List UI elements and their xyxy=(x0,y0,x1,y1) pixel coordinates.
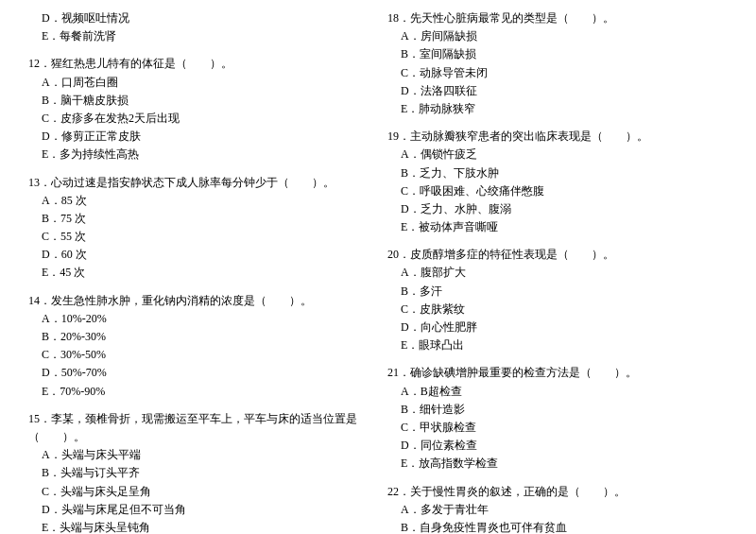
page-content: D．视频呕吐情况 E．每餐前洗肾 12．猩红热患儿特有的体征是（ ）。 A．口周… xyxy=(28,9,728,534)
q18-option-e: E．肺动脉狭窄 xyxy=(387,100,728,118)
q14-option-a: A．10%-20% xyxy=(28,310,369,328)
q20-option-a: A．腹部扩大 xyxy=(387,264,728,282)
q-prev-options: D．视频呕吐情况 E．每餐前洗肾 xyxy=(28,9,369,45)
q21-option-b: B．细针造影 xyxy=(387,401,728,419)
q18-option-c: C．动脉导管未闭 xyxy=(387,64,728,82)
q20-option-d: D．向心性肥胖 xyxy=(387,319,728,336)
question-14: 14．发生急性肺水肿，重化钠内消精的浓度是（ ）。 A．10%-20% B．20… xyxy=(28,292,369,401)
q12-title: 12．猩红热患儿特有的体征是（ ）。 xyxy=(28,55,369,73)
q19-option-a: A．偶锁忤疲乏 xyxy=(387,146,728,164)
q21-option-c: C．甲状腺检查 xyxy=(387,419,728,437)
q18-title: 18．先天性心脏病最常见的类型是（ ）。 xyxy=(387,9,728,27)
q12-option-a: A．口周苍白圈 xyxy=(28,74,369,92)
question-20: 20．皮质醇增多症的特征性表现是（ ）。 A．腹部扩大 B．多汗 C．皮肤紫纹 … xyxy=(387,246,728,354)
q22-title: 22．关于慢性胃炎的叙述，正确的是（ ）。 xyxy=(387,483,728,501)
question-12: 12．猩红热患儿特有的体征是（ ）。 A．口周苍白圈 B．脑干糖皮肤损 C．皮疹… xyxy=(28,55,369,164)
q21-option-e: E．放高指数学检查 xyxy=(387,455,728,473)
q15-title: 15．李某，颈椎骨折，现需搬运至平车上，平车与床的适当位置是（ ）。 xyxy=(28,410,369,446)
question-21: 21．确诊缺碘增肿最重要的检查方法是（ ）。 A．B超检查 B．细针造影 C．甲… xyxy=(387,364,728,473)
q15-option-b: B．头端与订头平齐 xyxy=(28,464,369,482)
question-19: 19．主动脉瓣狭窄患者的突出临床表现是（ ）。 A．偶锁忤疲乏 B．乏力、下肢水… xyxy=(387,128,728,236)
q13-option-a: A．85 次 xyxy=(28,192,369,210)
q12-option-e: E．多为持续性高热 xyxy=(28,146,369,164)
right-column: 18．先天性心脏病最常见的类型是（ ）。 A．房间隔缺损 B．室间隔缺损 C．动… xyxy=(387,9,728,534)
question-15: 15．李某，颈椎骨折，现需搬运至平车上，平车与床的适当位置是（ ）。 A．头端与… xyxy=(28,410,369,534)
option-d-prev: D．视频呕吐情况 xyxy=(28,9,369,27)
q21-option-a: A．B超检查 xyxy=(387,383,728,401)
q15-option-e: E．头端与床头呈钝角 xyxy=(28,519,369,534)
option-e-prev: E．每餐前洗肾 xyxy=(28,27,369,45)
q19-title: 19．主动脉瓣狭窄患者的突出临床表现是（ ）。 xyxy=(387,128,728,146)
q15-option-c: C．头端与床头足呈角 xyxy=(28,483,369,501)
q14-option-c: C．30%-50% xyxy=(28,346,369,364)
q13-option-b: B．75 次 xyxy=(28,210,369,228)
q14-option-b: B．20%-30% xyxy=(28,328,369,346)
q19-option-c: C．呼吸困难、心绞痛伴憋腹 xyxy=(387,182,728,200)
q20-option-e: E．眼球凸出 xyxy=(387,336,728,354)
q19-option-d: D．乏力、水肿、腹溺 xyxy=(387,200,728,218)
q13-option-e: E．45 次 xyxy=(28,264,369,282)
q12-option-c: C．皮疹多在发热2天后出现 xyxy=(28,110,369,128)
q18-option-b: B．室间隔缺损 xyxy=(387,45,728,63)
q15-option-a: A．头端与床头平端 xyxy=(28,446,369,464)
q13-option-c: C．55 次 xyxy=(28,228,369,246)
q22-option-b: B．自身免疫性胃炎也可伴有贫血 xyxy=(387,519,728,534)
question-18: 18．先天性心脏病最常见的类型是（ ）。 A．房间隔缺损 B．室间隔缺损 C．动… xyxy=(387,9,728,118)
question-13: 13．心动过速是指安静状态下成人脉率每分钟少于（ ）。 A．85 次 B．75 … xyxy=(28,174,369,283)
q19-option-b: B．乏力、下肢水肿 xyxy=(387,164,728,182)
q21-title: 21．确诊缺碘增肿最重要的检查方法是（ ）。 xyxy=(387,364,728,382)
q12-option-d: D．修剪正正常皮肤 xyxy=(28,128,369,146)
q20-title: 20．皮质醇增多症的特征性表现是（ ）。 xyxy=(387,246,728,264)
q14-option-e: E．70%-90% xyxy=(28,383,369,401)
q22-option-a: A．多发于青壮年 xyxy=(387,501,728,519)
q13-title: 13．心动过速是指安静状态下成人脉率每分钟少于（ ）。 xyxy=(28,174,369,192)
left-column: D．视频呕吐情况 E．每餐前洗肾 12．猩红热患儿特有的体征是（ ）。 A．口周… xyxy=(28,9,369,534)
q20-option-c: C．皮肤紫纹 xyxy=(387,301,728,319)
q15-option-d: D．头端与床尾足但不可当角 xyxy=(28,501,369,519)
q12-option-b: B．脑干糖皮肤损 xyxy=(28,92,369,110)
q13-option-d: D．60 次 xyxy=(28,246,369,264)
q21-option-d: D．同位素检查 xyxy=(387,437,728,455)
q14-title: 14．发生急性肺水肿，重化钠内消精的浓度是（ ）。 xyxy=(28,292,369,310)
q18-option-a: A．房间隔缺损 xyxy=(387,27,728,45)
q14-option-d: D．50%-70% xyxy=(28,364,369,382)
q19-option-e: E．被动体声音嘶哑 xyxy=(387,218,728,236)
q18-option-d: D．法洛四联征 xyxy=(387,82,728,100)
q20-option-b: B．多汗 xyxy=(387,283,728,301)
question-22: 22．关于慢性胃炎的叙述，正确的是（ ）。 A．多发于青壮年 B．自身免疫性胃炎… xyxy=(387,483,728,535)
main-columns: D．视频呕吐情况 E．每餐前洗肾 12．猩红热患儿特有的体征是（ ）。 A．口周… xyxy=(28,9,728,534)
